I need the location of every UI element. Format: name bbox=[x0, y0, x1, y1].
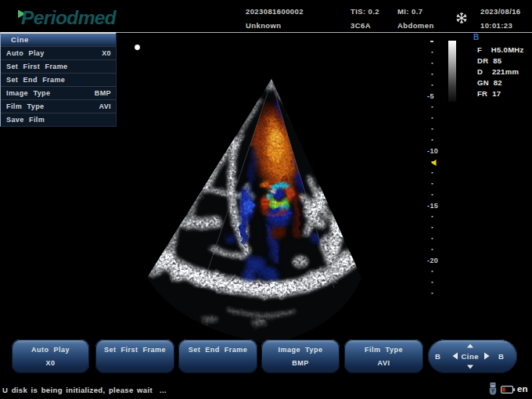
svg-text:B: B bbox=[498, 352, 504, 361]
svg-text:Cine: Cine bbox=[462, 352, 480, 361]
svg-text:B: B bbox=[435, 352, 440, 361]
